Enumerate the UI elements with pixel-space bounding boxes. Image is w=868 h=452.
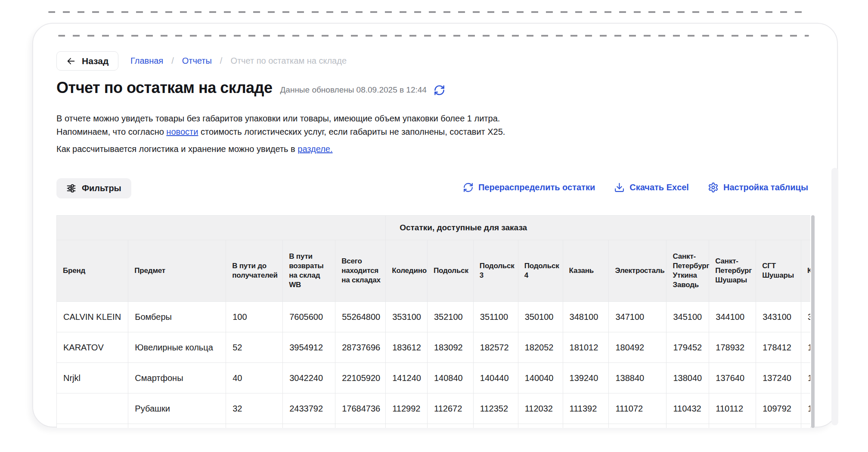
cell-value: 179452 <box>666 332 709 363</box>
gear-icon <box>708 182 719 193</box>
intro-line-2-before: Напоминаем, что согласно <box>56 127 166 136</box>
title-row: Отчет по остаткам на складе Данные обнов… <box>56 79 445 97</box>
column-header-kazan: Казань <box>563 240 609 302</box>
cell-value: 178412 <box>756 332 801 363</box>
cell-empty <box>335 424 386 428</box>
refresh-icon[interactable] <box>434 84 445 96</box>
column-header-in-transit: В пути до получателей <box>226 240 283 302</box>
section-link[interactable]: разделе. <box>298 144 332 154</box>
cell-value: 109792 <box>756 393 801 424</box>
column-header-spb-shushary: Санкт-Петербург Шушары <box>709 240 756 302</box>
cell-value: 353100 <box>386 302 428 332</box>
cell-value: 141240 <box>386 363 428 393</box>
stock-table-container: Остатки, доступные для заказа Бренд Пред… <box>56 215 810 428</box>
refresh-icon <box>463 182 474 193</box>
cell-value: 3954912 <box>283 332 335 363</box>
breadcrumb: Главная / Отчеты / Отчет по остаткам на … <box>130 56 347 66</box>
cell-value: 13 <box>801 363 811 393</box>
breadcrumb-item-current: Отчет по остаткам на складе <box>230 56 347 66</box>
cell-value: 140040 <box>518 363 563 393</box>
table-row: KARATOV Ювелирные кольца 52 3954912 2873… <box>57 332 811 363</box>
column-header-clipped: Кра <box>801 240 811 302</box>
cell-value: 52 <box>226 332 283 363</box>
cell-value: 34 <box>801 302 811 332</box>
column-header-spb-utkina: Санкт-Петербург Уткина Заводь <box>666 240 709 302</box>
cell-value: 180492 <box>609 332 666 363</box>
table-actions: Перераспределить остатки Скачать Excel Н… <box>463 182 808 193</box>
cell-value: 138040 <box>666 363 709 393</box>
news-link[interactable]: новости <box>166 127 198 136</box>
cell-value: 7605600 <box>283 302 335 332</box>
breadcrumb-item-reports[interactable]: Отчеты <box>182 56 212 66</box>
cell-empty <box>386 424 428 428</box>
column-header-podolsk-4: Подольск 4 <box>518 240 563 302</box>
cell-value: 111072 <box>609 393 666 424</box>
cell-value: 55264800 <box>335 302 386 332</box>
cell-value: 22105920 <box>335 363 386 393</box>
table-row-partial <box>57 424 811 428</box>
cell-value: 32 <box>226 393 283 424</box>
cell-empty <box>518 424 563 428</box>
cell-value: 347100 <box>609 302 666 332</box>
cell-value: 2433792 <box>283 393 335 424</box>
redistribute-stock-button[interactable]: Перераспределить остатки <box>463 182 595 193</box>
cell-empty <box>709 424 756 428</box>
cell-value: 17684736 <box>335 393 386 424</box>
table-settings-button[interactable]: Настройка таблицы <box>708 182 808 193</box>
cell-value: 137640 <box>709 363 756 393</box>
cell-empty <box>57 424 128 428</box>
cell-value: 40 <box>226 363 283 393</box>
breadcrumb-separator: / <box>220 56 223 66</box>
cell-value: 344100 <box>709 302 756 332</box>
column-header-podolsk-3: Подольск 3 <box>473 240 518 302</box>
cell-empty <box>609 424 666 428</box>
cell-value: 183092 <box>428 332 474 363</box>
cell-value: 182572 <box>473 332 518 363</box>
redistribute-label: Перераспределить остатки <box>478 183 595 192</box>
cell-value: 178932 <box>709 332 756 363</box>
cell-value: 110112 <box>709 393 756 424</box>
page-scrollbar-track[interactable] <box>831 168 838 425</box>
download-excel-button[interactable]: Скачать Excel <box>614 182 689 193</box>
group-header-cell: Остатки, доступные для заказа <box>386 216 810 240</box>
cell-empty <box>428 424 474 428</box>
table-row: Рубашки 32 2433792 17684736 112992 11267… <box>57 393 811 424</box>
table-vertical-scrollbar[interactable] <box>811 215 815 428</box>
cell-value: 17 <box>801 332 811 363</box>
cell-value: 343100 <box>756 302 801 332</box>
cell-value: 111392 <box>563 393 609 424</box>
filter-sliders-icon <box>66 183 76 193</box>
cell-value: 10 <box>801 393 811 424</box>
cell-empty <box>666 424 709 428</box>
column-header-returns: В пути возвраты на склад WB <box>283 240 335 302</box>
cell-empty <box>801 424 811 428</box>
column-header-item: Предмет <box>128 240 226 302</box>
intro-paragraph-1: В отчете можно увидеть товары без габари… <box>56 112 505 139</box>
filters-label: Фильтры <box>82 183 121 193</box>
cell-value: 345100 <box>666 302 709 332</box>
download-icon <box>614 182 625 193</box>
cell-empty <box>226 424 283 428</box>
cell-value: 112992 <box>386 393 428 424</box>
cell-value: 100 <box>226 302 283 332</box>
back-button[interactable]: Назад <box>56 51 118 71</box>
cell-brand <box>57 393 128 424</box>
cell-empty <box>756 424 801 428</box>
page-top-perforation <box>48 11 804 13</box>
cell-brand: Nrjkl <box>57 363 128 393</box>
cell-value: 352100 <box>428 302 474 332</box>
cell-value: 28737696 <box>335 332 386 363</box>
cell-value: 138840 <box>609 363 666 393</box>
cell-empty <box>563 424 609 428</box>
download-excel-label: Скачать Excel <box>629 183 689 192</box>
cell-value: 112672 <box>428 393 474 424</box>
breadcrumb-item-home[interactable]: Главная <box>130 56 163 66</box>
group-header-spacer <box>57 216 386 240</box>
cell-value: 110432 <box>666 393 709 424</box>
filters-button[interactable]: Фильтры <box>56 178 131 198</box>
page-title: Отчет по остаткам на складе <box>56 79 272 97</box>
cell-value: 351100 <box>473 302 518 332</box>
group-header-row: Остатки, доступные для заказа <box>57 216 811 240</box>
intro-line-1: В отчете можно увидеть товары без габари… <box>56 114 500 123</box>
intro-text: В отчете можно увидеть товары без габари… <box>56 112 505 156</box>
